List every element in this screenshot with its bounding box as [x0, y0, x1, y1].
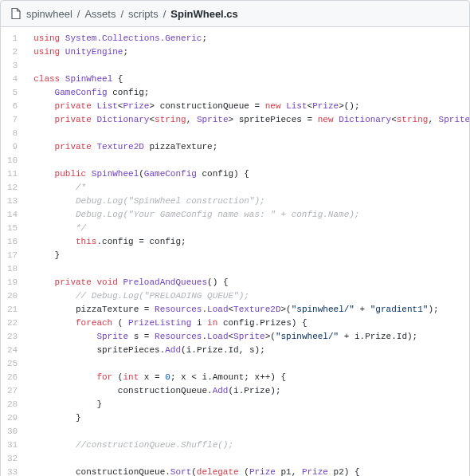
line-number: 19: [4, 276, 21, 289]
line-number: 8: [4, 127, 21, 140]
breadcrumb-seg-0[interactable]: spinwheel: [26, 8, 72, 20]
code-line: constructionQueue.Sort(delegate (Prize p…: [27, 466, 469, 476]
line-number: 5: [4, 86, 21, 100]
code-line: private List<Prize> constructionQueue = …: [27, 100, 469, 113]
line-number: 16: [4, 235, 21, 249]
breadcrumb-seg-2[interactable]: scripts: [128, 8, 159, 20]
line-number: 17: [4, 249, 21, 262]
line-number: 4: [4, 73, 21, 86]
breadcrumb: spinwheel / Assets / scripts / SpinWheel…: [0, 0, 470, 27]
line-number: 33: [4, 466, 21, 476]
line-number: 20: [4, 289, 21, 303]
code-line: [27, 154, 469, 167]
code-line: }: [27, 398, 469, 411]
line-number: 32: [4, 452, 21, 466]
line-number: 31: [4, 439, 21, 452]
breadcrumb-seg-1[interactable]: Assets: [84, 8, 116, 20]
code-line: */: [27, 222, 469, 235]
line-number: 28: [4, 398, 21, 411]
line-number: 6: [4, 100, 21, 113]
line-number: 26: [4, 371, 21, 384]
line-number: 21: [4, 303, 21, 317]
code-line: [27, 452, 469, 466]
code-line: public SpinWheel(GameConfig config) {: [27, 167, 469, 181]
code-line: private Dictionary<string, Sprite> sprit…: [27, 113, 469, 127]
code-content[interactable]: using System.Collections.Generic;using U…: [27, 27, 469, 476]
line-number: 2: [4, 45, 21, 59]
code-line: private void PreloadAndQueues() {: [27, 276, 469, 289]
breadcrumb-sep: /: [77, 8, 80, 20]
code-line: Debug.Log("SpinWheel construction");: [27, 195, 469, 208]
code-line: this.config = config;: [27, 235, 469, 249]
line-number: 7: [4, 113, 21, 127]
code-viewer: 1234567891011121314151617181920212223242…: [0, 27, 470, 476]
line-number: 14: [4, 208, 21, 222]
code-line: using UnityEngine;: [27, 45, 469, 59]
code-line: [27, 127, 469, 140]
code-line: [27, 262, 469, 276]
code-line: }: [27, 249, 469, 262]
code-line: //constructionQueue.Shuffle();: [27, 439, 469, 452]
code-line: [27, 425, 469, 439]
code-line: [27, 357, 469, 371]
line-number: 23: [4, 330, 21, 344]
line-number: 15: [4, 222, 21, 235]
code-line: [27, 59, 469, 73]
line-number: 3: [4, 59, 21, 73]
breadcrumb-sep: /: [120, 8, 123, 20]
line-number: 13: [4, 195, 21, 208]
code-line: }: [27, 411, 469, 425]
line-number: 25: [4, 357, 21, 371]
code-line: Debug.Log("Your GameConfig name was: " +…: [27, 208, 469, 222]
code-line: class SpinWheel {: [27, 73, 469, 86]
file-icon: [10, 7, 22, 20]
line-number: 1: [4, 32, 21, 45]
line-number: 9: [4, 140, 21, 154]
code-line: GameConfig config;: [27, 86, 469, 100]
breadcrumb-seg-3: SpinWheel.cs: [170, 8, 238, 20]
code-line: using System.Collections.Generic;: [27, 32, 469, 45]
line-number: 10: [4, 154, 21, 167]
line-number: 18: [4, 262, 21, 276]
code-line: foreach ( PrizeListing i in config.Prize…: [27, 317, 469, 330]
code-line: spritePieces.Add(i.Prize.Id, s);: [27, 344, 469, 357]
line-number: 27: [4, 384, 21, 398]
line-number: 22: [4, 317, 21, 330]
breadcrumb-sep: /: [163, 8, 166, 20]
code-line: // Debug.Log("PRELOADING QUEUE");: [27, 289, 469, 303]
line-number: 29: [4, 411, 21, 425]
code-line: Sprite s = Resources.Load<Sprite>("spinw…: [27, 330, 469, 344]
line-number: 11: [4, 167, 21, 181]
code-line: private Texture2D pizzaTexture;: [27, 140, 469, 154]
code-line: for (int x = 0; x < i.Amount; x++) {: [27, 371, 469, 384]
code-line: /*: [27, 181, 469, 195]
line-number: 12: [4, 181, 21, 195]
code-line: constructionQueue.Add(i.Prize);: [27, 384, 469, 398]
line-number-gutter: 1234567891011121314151617181920212223242…: [1, 27, 27, 476]
code-line: pizzaTexture = Resources.Load<Texture2D>…: [27, 303, 469, 317]
line-number: 24: [4, 344, 21, 357]
line-number: 30: [4, 425, 21, 439]
